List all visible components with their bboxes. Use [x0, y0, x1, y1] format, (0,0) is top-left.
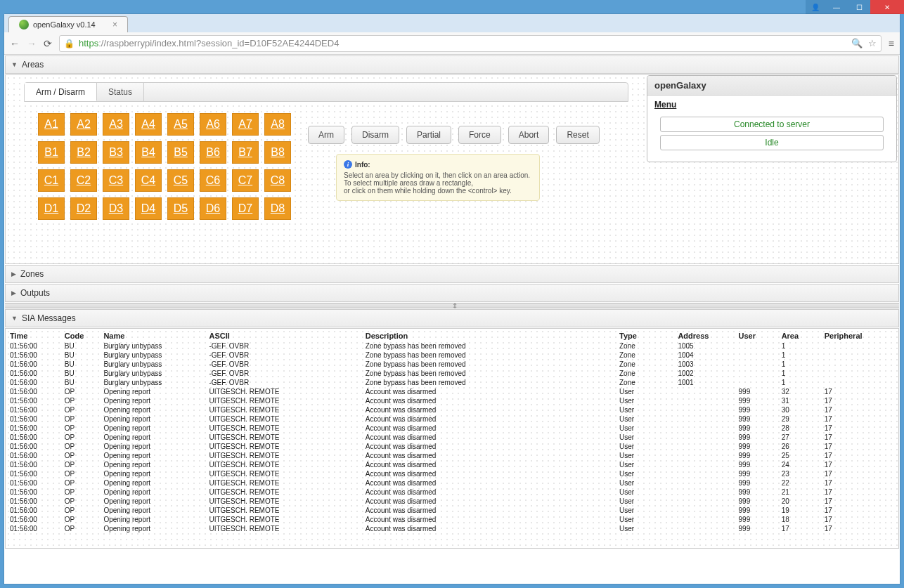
- area-cell-d6[interactable]: D6: [200, 197, 226, 220]
- table-row[interactable]: 01:56:00BUBurglary unbypass-GEF. OVBRZon…: [6, 351, 898, 360]
- area-cell-d7[interactable]: D7: [232, 197, 259, 220]
- area-cell-b1[interactable]: B1: [38, 141, 65, 164]
- area-cell-b8[interactable]: B8: [264, 141, 291, 164]
- table-row[interactable]: 01:56:00OPOpening reportUITGESCH. REMOTE…: [6, 414, 898, 424]
- cell-peri: 17: [820, 424, 898, 433]
- table-row[interactable]: 01:56:00OPOpening reportUITGESCH. REMOTE…: [6, 396, 898, 405]
- area-cell-d2[interactable]: D2: [70, 197, 97, 220]
- bookmark-icon[interactable]: ☆: [868, 38, 877, 48]
- cell-time: 01:56:00: [6, 506, 60, 515]
- table-row[interactable]: 01:56:00OPOpening reportUITGESCH. REMOTE…: [6, 442, 898, 451]
- force-button[interactable]: Force: [458, 126, 501, 144]
- back-button[interactable]: ←: [10, 38, 20, 49]
- disarm-button[interactable]: Disarm: [351, 126, 399, 144]
- cell-addr: [673, 424, 734, 433]
- col-peri: Peripheral: [820, 329, 898, 341]
- abort-button[interactable]: Abort: [508, 126, 550, 144]
- area-cell-a1[interactable]: A1: [38, 113, 65, 136]
- area-cell-c4[interactable]: C4: [135, 169, 162, 192]
- area-cell-b4[interactable]: B4: [135, 141, 162, 164]
- accordion-zones[interactable]: ▶ Zones: [5, 265, 899, 283]
- forward-button[interactable]: →: [27, 38, 37, 49]
- table-row[interactable]: 01:56:00OPOpening reportUITGESCH. REMOTE…: [6, 515, 898, 524]
- area-cell-b2[interactable]: B2: [70, 141, 97, 164]
- zoom-icon[interactable]: 🔍: [851, 38, 863, 48]
- area-cell-c5[interactable]: C5: [167, 169, 194, 192]
- minimize-button[interactable]: —: [825, 0, 848, 14]
- maximize-button[interactable]: ☐: [848, 0, 870, 14]
- tab-arm-disarm[interactable]: Arm / Disarm: [25, 83, 97, 101]
- cell-ascii: UITGESCH. REMOTE: [205, 387, 361, 396]
- area-cell-b6[interactable]: B6: [200, 141, 226, 164]
- tab-close-icon[interactable]: ×: [112, 20, 117, 30]
- table-row[interactable]: 01:56:00BUBurglary unbypass-GEF. OVBRZon…: [6, 341, 898, 351]
- table-row[interactable]: 01:56:00OPOpening reportUITGESCH. REMOTE…: [6, 478, 898, 488]
- area-cell-c8[interactable]: C8: [264, 169, 291, 192]
- table-row[interactable]: 01:56:00OPOpening reportUITGESCH. REMOTE…: [6, 387, 898, 396]
- window-close-button[interactable]: ✕: [870, 0, 904, 14]
- table-row[interactable]: 01:56:00BUBurglary unbypass-GEF. OVBRZon…: [6, 378, 898, 387]
- reset-button[interactable]: Reset: [556, 126, 599, 144]
- sia-scroll[interactable]: Time Code Name ASCII Description Type Ad…: [6, 329, 898, 548]
- table-row[interactable]: 01:56:00OPOpening reportUITGESCH. REMOTE…: [6, 405, 898, 414]
- accordion-sia[interactable]: ▼ SIA Messages: [5, 309, 899, 327]
- address-bar[interactable]: 🔒 https://raspberrypi/index.html?session…: [59, 35, 882, 52]
- table-row[interactable]: 01:56:00OPOpening reportUITGESCH. REMOTE…: [6, 433, 898, 442]
- user-icon[interactable]: 👤: [806, 0, 825, 14]
- arm-button[interactable]: Arm: [308, 126, 344, 144]
- area-cell-d8[interactable]: D8: [264, 197, 291, 220]
- table-row[interactable]: 01:56:00OPOpening reportUITGESCH. REMOTE…: [6, 469, 898, 478]
- area-cell-a7[interactable]: A7: [232, 113, 259, 136]
- cell-ascii: UITGESCH. REMOTE: [205, 433, 361, 442]
- menu-link[interactable]: Menu: [654, 100, 889, 110]
- browser-tab[interactable]: openGalaxy v0.14 ×: [8, 16, 128, 32]
- area-cell-a4[interactable]: A4: [135, 113, 162, 136]
- cell-area: 29: [777, 414, 820, 424]
- area-cell-c1[interactable]: C1: [38, 169, 65, 192]
- area-cell-d4[interactable]: D4: [135, 197, 162, 220]
- area-cell-d1[interactable]: D1: [38, 197, 65, 220]
- table-row[interactable]: 01:56:00OPOpening reportUITGESCH. REMOTE…: [6, 451, 898, 460]
- area-cell-d5[interactable]: D5: [167, 197, 194, 220]
- table-row[interactable]: 01:56:00OPOpening reportUITGESCH. REMOTE…: [6, 497, 898, 506]
- tab-label: Status: [108, 87, 132, 97]
- chevron-right-icon: ▶: [11, 289, 16, 296]
- area-cell-c3[interactable]: C3: [103, 169, 129, 192]
- table-row[interactable]: 01:56:00OPOpening reportUITGESCH. REMOTE…: [6, 488, 898, 497]
- cell-user: [735, 351, 777, 360]
- cell-desc: Account was disarmed: [361, 460, 615, 469]
- area-cell-b3[interactable]: B3: [103, 141, 129, 164]
- partial-button[interactable]: Partial: [406, 126, 451, 144]
- table-row[interactable]: 01:56:00OPOpening reportUITGESCH. REMOTE…: [6, 506, 898, 515]
- cell-area: 32: [777, 387, 820, 396]
- area-cell-a3[interactable]: A3: [103, 113, 129, 136]
- area-cell-a5[interactable]: A5: [167, 113, 194, 136]
- cell-area: 30: [777, 405, 820, 414]
- cell-time: 01:56:00: [6, 396, 60, 405]
- reload-button[interactable]: ⟳: [44, 38, 52, 49]
- splitter-handle[interactable]: [5, 303, 899, 308]
- menu-icon[interactable]: ≡: [889, 38, 894, 49]
- accordion-outputs[interactable]: ▶ Outputs: [5, 284, 899, 302]
- table-row[interactable]: 01:56:00BUBurglary unbypass-GEF. OVBRZon…: [6, 369, 898, 378]
- table-row[interactable]: 01:56:00BUBurglary unbypass-GEF. OVBRZon…: [6, 360, 898, 369]
- area-cell-c2[interactable]: C2: [70, 169, 97, 192]
- table-row[interactable]: 01:56:00OPOpening reportUITGESCH. REMOTE…: [6, 424, 898, 433]
- area-cell-d3[interactable]: D3: [103, 197, 129, 220]
- area-cell-c7[interactable]: C7: [232, 169, 259, 192]
- area-cell-b5[interactable]: B5: [167, 141, 194, 164]
- area-cell-a6[interactable]: A6: [200, 113, 226, 136]
- col-addr: Address: [673, 329, 734, 341]
- cell-code: OP: [60, 488, 100, 497]
- table-row[interactable]: 01:56:00OPOpening reportUITGESCH. REMOTE…: [6, 524, 898, 533]
- cell-type: User: [615, 442, 673, 451]
- table-row[interactable]: 01:56:00OPOpening reportUITGESCH. REMOTE…: [6, 460, 898, 469]
- area-cell-b7[interactable]: B7: [232, 141, 259, 164]
- area-cell-c6[interactable]: C6: [200, 169, 226, 192]
- accordion-areas[interactable]: ▼ Areas: [5, 55, 899, 74]
- col-desc: Description: [361, 329, 615, 341]
- tab-status[interactable]: Status: [97, 83, 144, 101]
- area-cell-a2[interactable]: A2: [70, 113, 97, 136]
- cell-user: 999: [735, 442, 777, 451]
- area-cell-a8[interactable]: A8: [264, 113, 291, 136]
